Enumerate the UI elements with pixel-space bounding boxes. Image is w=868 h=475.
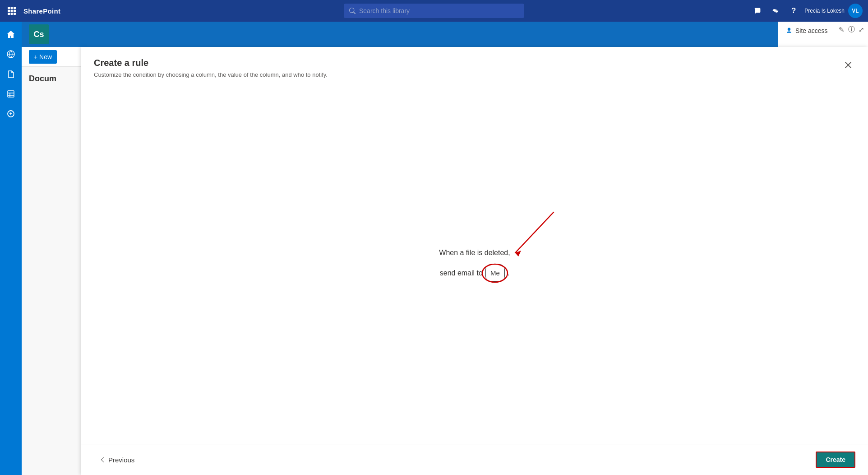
modal-body: When a file is deleted, send email to Me… — [81, 86, 868, 444]
svg-rect-5 — [14, 10, 16, 12]
chat-icon[interactable] — [750, 4, 765, 18]
search-icon — [349, 8, 356, 14]
svg-rect-4 — [11, 10, 13, 12]
rule-line-2: send email to Me . — [439, 264, 510, 282]
rule-condition-text: When a file is deleted, — [439, 245, 510, 261]
nav-right-actions: ? Precia Is Lokesh VL — [750, 4, 863, 18]
edit-icon[interactable]: ✎ — [839, 26, 845, 34]
user-name[interactable]: Precia Is Lokesh — [804, 8, 845, 14]
site-icon: Cs — [29, 24, 49, 44]
svg-rect-11 — [8, 91, 14, 97]
sidebar-home-icon[interactable] — [2, 25, 20, 43]
previous-label: Previous — [108, 456, 134, 464]
svg-line-19 — [515, 212, 554, 253]
me-badge-label: Me — [490, 265, 500, 280]
site-access-label: Site access — [795, 27, 828, 34]
rule-description: When a file is deleted, send email to Me… — [439, 245, 510, 285]
footer-left: Previous — [94, 452, 140, 467]
svg-rect-3 — [8, 10, 10, 12]
svg-rect-6 — [8, 13, 10, 15]
search-bar[interactable] — [344, 4, 524, 18]
modal-title: Create a rule — [94, 58, 328, 68]
people-icon — [785, 27, 793, 34]
modal-close-button[interactable] — [841, 58, 855, 72]
close-icon — [845, 61, 852, 69]
modal-subtitle: Customize the condition by choosing a co… — [94, 71, 328, 79]
app-name: SharePoint — [23, 7, 60, 15]
me-badge[interactable]: Me — [485, 264, 505, 282]
modal-panel: Create a rule Customize the condition by… — [81, 47, 868, 475]
sidebar-document-icon[interactable] — [2, 65, 20, 83]
sidebar-globe-icon[interactable] — [2, 45, 20, 63]
new-button[interactable]: + New — [29, 50, 57, 64]
sidebar-list-icon[interactable] — [2, 85, 20, 103]
svg-marker-20 — [515, 251, 521, 256]
info-icon[interactable]: ⓘ — [848, 25, 855, 34]
sidebar-add-icon[interactable] — [2, 105, 20, 123]
svg-rect-1 — [11, 7, 13, 9]
rule-line-1: When a file is deleted, — [439, 245, 510, 261]
footer-right: Create — [816, 452, 855, 468]
top-nav: SharePoint ? Precia Is Lokesh VL — [0, 0, 868, 22]
site-header: Cs — [22, 22, 868, 47]
right-panel-actions: ✎ ⓘ ⤢ — [839, 25, 864, 34]
svg-rect-2 — [14, 7, 16, 9]
svg-rect-8 — [14, 13, 16, 15]
expand-icon[interactable]: ⤢ — [859, 26, 864, 34]
sidebar — [0, 22, 22, 475]
help-icon[interactable]: ? — [786, 4, 801, 18]
create-button[interactable]: Create — [816, 452, 855, 468]
previous-button[interactable]: Previous — [94, 452, 140, 467]
svg-rect-7 — [11, 13, 13, 15]
apps-icon[interactable] — [5, 5, 18, 17]
modal-header: Create a rule Customize the condition by… — [81, 47, 868, 86]
search-input[interactable] — [359, 7, 519, 14]
avatar[interactable]: VL — [848, 4, 863, 18]
chevron-left-icon — [99, 456, 106, 463]
svg-rect-0 — [8, 7, 10, 9]
rule-action-suffix: . — [508, 265, 509, 281]
modal-footer: Previous Create — [81, 444, 868, 475]
settings-icon[interactable] — [768, 4, 783, 18]
rule-action-prefix: send email to — [440, 265, 483, 281]
main-area: Cs + New Docum Create a rule Customize t… — [22, 22, 868, 475]
